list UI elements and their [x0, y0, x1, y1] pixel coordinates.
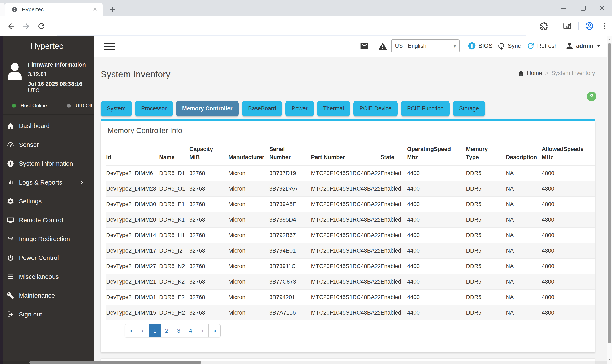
sidebar-item-label: Dashboard	[19, 122, 50, 130]
firmware-information-link[interactable]: Firmware Information	[28, 62, 94, 68]
browser-tabstrip: Hypertec	[0, 0, 612, 16]
host-status-label: Host Online	[21, 103, 47, 108]
pagination-page-1[interactable]: 1	[149, 324, 161, 337]
user-menu[interactable]: admin	[565, 41, 602, 50]
table-cell: DDR5_P1	[159, 196, 189, 212]
sidebar-item-label: Settings	[19, 198, 42, 205]
sidebar-item-label: Power Control	[19, 254, 59, 261]
table-cell: 4400	[407, 181, 466, 196]
table-cell: Micron	[228, 243, 269, 259]
pagination-first[interactable]: «	[125, 324, 137, 337]
table-cell: DevType2_DIMM14	[106, 227, 159, 243]
browser-window: Hypertec Not secure https://172.29.2.58/…	[0, 0, 612, 364]
scroll-up-icon[interactable]	[608, 38, 611, 41]
table-cell: DDR5_K1	[159, 212, 189, 227]
table-cell: MTC20F1045S1RC48BA22	[311, 196, 380, 212]
pagination: «‹1234›»	[125, 324, 221, 337]
tab-pcie-function[interactable]: PCIE Function	[401, 101, 450, 117]
sidebar-item-remote-control[interactable]: Remote Control	[0, 211, 94, 230]
extensions-icon[interactable]	[540, 21, 549, 31]
pagination-prev[interactable]: ‹	[137, 324, 149, 337]
browser-menu-icon[interactable]	[600, 21, 610, 31]
breadcrumb-home[interactable]: Home	[527, 70, 542, 77]
side-panel-search-icon[interactable]	[562, 21, 572, 31]
tab-thermal[interactable]: Thermal	[317, 101, 350, 117]
pagination-page-4[interactable]: 4	[185, 324, 197, 337]
horizontal-scrollbar-thumb[interactable]	[29, 362, 201, 364]
disk-icon	[7, 235, 14, 243]
browser-toolbar: Not secure https://172.29.2.58/#system_i…	[0, 16, 612, 36]
sidebar-item-system-information[interactable]: System Information	[0, 154, 94, 173]
window-maximize-button[interactable]	[578, 3, 588, 13]
sidebar-item-label: Sensor	[19, 141, 39, 148]
sidebar-item-dashboard[interactable]: Dashboard	[0, 117, 94, 135]
table-cell: 3B739A5E	[269, 196, 311, 212]
sidebar-item-label: System Information	[19, 160, 73, 167]
forward-button[interactable]	[22, 22, 31, 31]
vertical-scrollbar-thumb[interactable]	[608, 43, 611, 343]
user-name: admin	[576, 42, 593, 49]
table-cell: DevType2_DIMM20	[106, 212, 159, 227]
tab-baseboard[interactable]: BaseBoard	[242, 101, 282, 117]
table-cell: DDR5_H1	[159, 227, 189, 243]
table-cell: Micron	[228, 166, 269, 181]
tab-processor[interactable]: Processor	[135, 101, 173, 117]
pagination-last[interactable]: »	[209, 324, 221, 337]
help-button[interactable]: ?	[587, 91, 597, 101]
table-cell: 3B73911C	[269, 259, 311, 274]
table-cell: Micron	[228, 212, 269, 227]
table-cell: DDR5	[466, 166, 506, 181]
language-value: US - English	[395, 43, 453, 49]
tab-storage[interactable]: Storage	[453, 101, 485, 117]
table-cell: 32768	[189, 274, 228, 289]
new-tab-button[interactable]	[108, 5, 117, 14]
sync-button[interactable]: Sync	[497, 41, 521, 50]
sidebar-item-image-redirection[interactable]: Image Redirection	[0, 230, 94, 248]
warning-icon[interactable]	[378, 41, 387, 51]
pagination-page-2[interactable]: 2	[161, 324, 173, 337]
menu-toggle-button[interactable]	[104, 43, 115, 50]
inventory-tabs: SystemProcessorMemory ControllerBaseBoar…	[101, 101, 485, 117]
card-title: Memory Controller Info	[101, 121, 595, 135]
table-cell: 3B77C873	[269, 274, 311, 289]
table-cell: DDR5	[466, 227, 506, 243]
tab-pcie-device[interactable]: PCIE Device	[353, 101, 398, 117]
table-cell: MTC20F1045S1RC48BA22	[311, 274, 380, 289]
back-button[interactable]	[7, 22, 15, 31]
pagination-next[interactable]: ›	[196, 324, 209, 337]
person-icon	[565, 41, 574, 50]
table-cell: Micron	[228, 305, 269, 320]
bios-button[interactable]: BIOS	[468, 41, 492, 50]
sidebar-item-maintenance[interactable]: Maintenance	[0, 286, 94, 305]
window-close-button[interactable]	[597, 3, 607, 13]
scroll-down-icon[interactable]	[608, 358, 611, 361]
table-cell: MTC20F1045S1RC48BA22	[311, 166, 380, 181]
mail-icon[interactable]	[360, 41, 369, 51]
table-cell: DDR5_K2	[159, 274, 189, 289]
reload-button[interactable]	[37, 22, 46, 31]
sidebar-item-miscellaneous[interactable]: Miscellaneous	[0, 267, 94, 286]
language-select[interactable]: US - English ▾	[391, 39, 459, 52]
column-header-serial-number: SerialNumber	[269, 139, 311, 166]
tab-close-icon[interactable]	[92, 6, 98, 13]
table-cell: DDR5	[466, 259, 506, 274]
breadcrumb-separator: >	[545, 70, 548, 77]
pagination-page-3[interactable]: 3	[173, 324, 185, 337]
profile-icon[interactable]	[585, 21, 594, 31]
tab-memory-controller[interactable]: Memory Controller	[176, 101, 239, 117]
table-cell: DDR5_I2	[159, 243, 189, 259]
tab-system[interactable]: System	[101, 101, 132, 117]
window-minimize-button[interactable]	[559, 3, 568, 13]
sidebar-item-logs-reports[interactable]: Logs & Reports	[0, 173, 94, 192]
sidebar-item-settings[interactable]: Settings	[0, 192, 94, 211]
table-cell: 3B7A7156	[269, 305, 311, 320]
table-cell: 32768	[189, 166, 228, 181]
browser-tab[interactable]: Hypertec	[5, 2, 103, 16]
table-row: DevType2_DIMM31DDR5_P232768Micron3B79420…	[106, 289, 595, 305]
table-body: DevType2_DIMM6DDR5_D132768Micron3B737D19…	[106, 166, 595, 320]
sidebar-item-sensor[interactable]: Sensor	[0, 135, 94, 154]
sidebar-item-sign-out[interactable]: Sign out	[0, 305, 94, 324]
tab-power[interactable]: Power	[285, 101, 314, 117]
sidebar-item-power-control[interactable]: Power Control	[0, 248, 94, 267]
refresh-button[interactable]: Refresh	[526, 41, 558, 50]
